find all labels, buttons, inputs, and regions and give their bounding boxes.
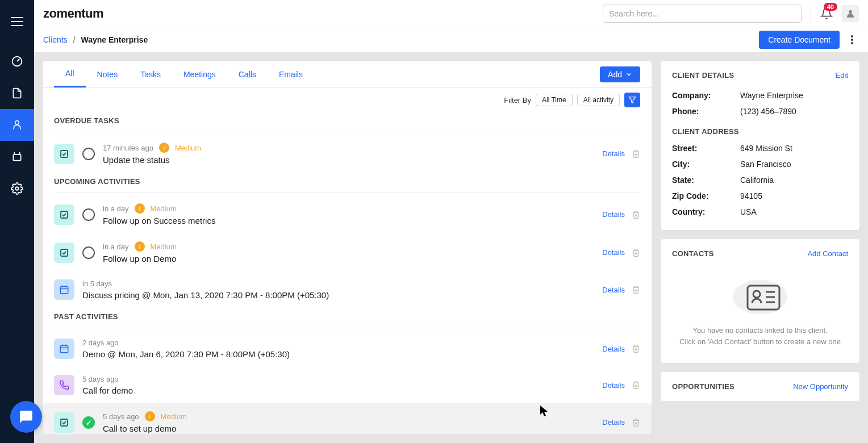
- detail-label: Company:: [672, 91, 740, 100]
- document-icon: [11, 87, 23, 99]
- svg-rect-13: [60, 346, 68, 353]
- person-icon: [11, 119, 23, 131]
- delete-button[interactable]: [632, 210, 640, 219]
- cal-icon: [54, 338, 74, 359]
- priority-label: Medium: [175, 144, 201, 152]
- detail-row: State:California: [672, 172, 848, 188]
- detail-value: 94105: [740, 191, 762, 200]
- main: AllNotesTasksMeetingsCallsEmails Add Fil…: [34, 52, 868, 443]
- trash-icon: [632, 149, 640, 158]
- cal-icon: [54, 279, 74, 300]
- filter-time-pill[interactable]: All Time: [536, 94, 573, 106]
- task-icon: [54, 144, 74, 164]
- detail-label: Zip Code:: [672, 191, 740, 200]
- details-link[interactable]: Details: [602, 286, 625, 294]
- activity-title: Demo @ Mon, Jan 6, 2020 7:30 PM - 8:00PM…: [82, 349, 602, 359]
- activity-row[interactable]: in a day↑MediumFollow up on DemoDetails: [54, 233, 640, 271]
- priority-label: Medium: [151, 243, 177, 251]
- tab-calls[interactable]: Calls: [227, 61, 268, 87]
- contacts-empty-line2: Click on 'Add Contact' button to create …: [672, 336, 848, 348]
- activity-row[interactable]: in 5 daysDiscuss pricing @ Mon, Jan 13, …: [54, 271, 640, 308]
- detail-value: 649 Mission St: [740, 144, 792, 153]
- filter-icon-button[interactable]: [624, 93, 640, 107]
- details-link[interactable]: Details: [602, 345, 625, 353]
- add-contact-link[interactable]: Add Contact: [807, 249, 848, 258]
- contacts-title: CONTACTS: [672, 249, 714, 258]
- complete-checkbox[interactable]: [82, 208, 95, 221]
- topbar: zomentum 40: [34, 0, 868, 27]
- bag-icon: [11, 151, 23, 163]
- brand-logo: zomentum: [43, 6, 103, 21]
- delete-button[interactable]: [632, 418, 640, 427]
- new-opportunity-link[interactable]: New Opportunity: [793, 382, 848, 391]
- complete-checkbox[interactable]: [82, 148, 95, 160]
- detail-value: California: [740, 175, 774, 185]
- activity-row[interactable]: 2 days agoDemo @ Mon, Jan 6, 2020 7:30 P…: [54, 331, 640, 367]
- activity-time: 17 minutes ago: [103, 144, 153, 152]
- edit-client-link[interactable]: Edit: [836, 71, 848, 80]
- chat-widget[interactable]: [10, 401, 42, 433]
- delete-button[interactable]: [632, 149, 640, 158]
- tab-emails[interactable]: Emails: [268, 61, 314, 87]
- activity-title: Call for demo: [82, 386, 602, 395]
- activity-title: Update the status: [103, 155, 602, 165]
- notification-count-badge: 40: [824, 3, 837, 11]
- activity-time: in a day: [103, 204, 129, 213]
- call-icon: [54, 375, 74, 395]
- trash-icon: [632, 210, 640, 219]
- filter-activity-pill[interactable]: All activity: [577, 94, 620, 106]
- activity-row[interactable]: 5 days agoCall for demoDetails: [54, 367, 640, 403]
- detail-value: (123) 456–7890: [740, 107, 796, 116]
- contacts-empty-line1: You have no contacts linked to this clie…: [672, 325, 848, 336]
- tab-all[interactable]: All: [54, 61, 86, 87]
- svg-point-4: [849, 10, 852, 14]
- delete-button[interactable]: [632, 248, 640, 257]
- notifications-button[interactable]: 40: [820, 7, 833, 20]
- priority-label: Medium: [161, 412, 187, 421]
- activity-row[interactable]: 5 days ago↑MediumCall to set up demoDeta…: [43, 403, 652, 435]
- details-link[interactable]: Details: [602, 381, 625, 390]
- detail-label: Phone:: [672, 107, 740, 116]
- complete-checkbox[interactable]: [82, 246, 95, 259]
- svg-rect-9: [60, 287, 68, 294]
- nav-settings[interactable]: [0, 173, 34, 204]
- detail-row: Zip Code:94105: [672, 188, 848, 204]
- client-address-title: CLIENT ADDRESS: [672, 127, 848, 136]
- nav-dashboard[interactable]: [0, 45, 34, 77]
- details-link[interactable]: Details: [602, 210, 625, 219]
- menu-toggle[interactable]: [0, 6, 34, 37]
- opportunities-title: OPPORTUNITIES: [672, 382, 735, 391]
- breadcrumb-root-link[interactable]: Clients: [43, 35, 68, 44]
- delete-button[interactable]: [632, 285, 640, 294]
- create-document-button[interactable]: Create Document: [759, 31, 840, 49]
- activity-time: 5 days ago: [103, 412, 139, 421]
- user-menu[interactable]: [842, 5, 859, 22]
- nav-products[interactable]: [0, 141, 34, 173]
- details-link[interactable]: Details: [602, 149, 625, 158]
- activity-row[interactable]: 17 minutes ago↑MediumUpdate the statusDe…: [54, 135, 640, 173]
- detail-row: Street:649 Mission St: [672, 140, 848, 156]
- details-link[interactable]: Details: [602, 248, 625, 257]
- tab-meetings[interactable]: Meetings: [172, 61, 227, 87]
- add-button[interactable]: Add: [600, 66, 640, 82]
- delete-button[interactable]: [632, 344, 640, 353]
- nav-documents[interactable]: [0, 77, 34, 109]
- nav-clients[interactable]: [0, 109, 34, 141]
- activity-time: in a day: [103, 243, 129, 251]
- complete-checkbox[interactable]: [82, 416, 95, 429]
- tab-notes[interactable]: Notes: [86, 61, 130, 87]
- search-input[interactable]: [603, 5, 802, 23]
- nav-sidebar: [0, 0, 34, 443]
- chat-icon: [19, 409, 34, 424]
- activity-row[interactable]: in a day↑MediumFollow up on Success metr…: [54, 195, 640, 233]
- task-icon: [54, 243, 74, 263]
- more-actions-button[interactable]: [845, 33, 859, 47]
- chevron-down-icon: [625, 71, 632, 78]
- delete-button[interactable]: [632, 381, 640, 390]
- trash-icon: [632, 344, 640, 353]
- tab-tasks[interactable]: Tasks: [129, 61, 172, 87]
- activity-title: Follow up on Success metrics: [103, 216, 602, 225]
- user-icon: [845, 9, 856, 19]
- details-link[interactable]: Details: [602, 418, 625, 427]
- activity-panel: AllNotesTasksMeetingsCallsEmails Add Fil…: [42, 60, 652, 435]
